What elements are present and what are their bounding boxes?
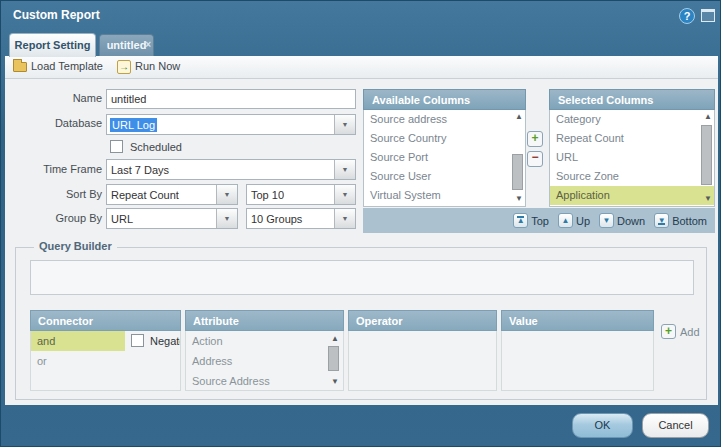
list-item[interactable]: Virtual System	[364, 186, 525, 205]
tab-untitled-label: untitled	[107, 39, 147, 51]
report-setting-panel: Load Template → Run Now Name Database Ti…	[5, 56, 718, 405]
database-value: URL Log	[110, 118, 157, 132]
list-item[interactable]: Source Port	[364, 148, 525, 167]
move-up-icon: ▲	[558, 213, 573, 228]
database-label: Database	[5, 117, 102, 129]
scroll-up-icon[interactable]: ▲	[331, 335, 339, 343]
list-item[interactable]: Source address	[364, 110, 525, 129]
load-template-button[interactable]: Load Template	[31, 60, 103, 72]
group-limit-dropdown[interactable]: 10 Groups ▼	[246, 208, 356, 229]
sort-by-label: Sort By	[5, 188, 102, 200]
chevron-down-icon[interactable]: ▼	[216, 209, 237, 228]
scrollbar-thumb[interactable]	[328, 346, 339, 371]
scroll-up-icon[interactable]: ▲	[515, 113, 523, 121]
group-limit-value: 10 Groups	[251, 213, 302, 225]
tab-untitled[interactable]: untitled ×	[99, 34, 154, 56]
scrollbar-thumb[interactable]	[701, 125, 712, 185]
scroll-down-icon[interactable]: ▼	[704, 195, 712, 203]
operator-column-body	[348, 331, 497, 391]
run-now-button[interactable]: Run Now	[135, 60, 180, 72]
move-top-button[interactable]: ▲ Top	[513, 213, 549, 228]
group-by-value: URL	[111, 213, 133, 225]
move-down-label: Down	[617, 215, 645, 227]
name-label: Name	[5, 92, 102, 104]
sort-limit-value: Top 10	[251, 189, 284, 201]
scheduled-label: Scheduled	[130, 141, 182, 153]
list-item-selected[interactable]: Application	[550, 186, 714, 205]
connector-column-header: Connector	[30, 310, 181, 331]
list-item[interactable]: Source Country	[364, 129, 525, 148]
sort-by-value: Repeat Count	[111, 189, 179, 201]
time-frame-label: Time Frame	[5, 163, 102, 175]
toolbar: Load Template → Run Now	[5, 56, 718, 79]
custom-report-dialog: Custom Report ? Report Setting untitled …	[0, 0, 721, 447]
chevron-down-icon[interactable]: ▼	[334, 160, 355, 179]
chevron-down-icon[interactable]: ▼	[334, 209, 355, 228]
move-bottom-icon: ▼	[654, 213, 669, 228]
name-input[interactable]	[106, 89, 356, 109]
group-by-label: Group By	[5, 212, 102, 224]
move-bottom-button[interactable]: ▼ Bottom	[654, 213, 707, 228]
page-title: Custom Report	[13, 8, 100, 22]
add-rule-button[interactable]: + Add	[661, 324, 700, 339]
scroll-down-icon[interactable]: ▼	[515, 195, 523, 203]
selected-columns-list: Category Repeat Count URL Source Zone Ap…	[549, 110, 715, 207]
sort-limit-dropdown[interactable]: Top 10 ▼	[246, 184, 356, 205]
move-up-label: Up	[576, 215, 590, 227]
group-by-dropdown[interactable]: URL ▼	[106, 208, 238, 229]
move-down-icon: ▼	[599, 213, 614, 228]
scheduled-checkbox[interactable]	[110, 140, 123, 153]
scroll-up-icon[interactable]: ▲	[704, 113, 712, 121]
negate-label: Negate	[150, 335, 181, 347]
list-item[interactable]: Source User	[364, 167, 525, 186]
maximize-icon[interactable]	[701, 9, 715, 22]
attribute-column-header: Attribute	[185, 310, 344, 331]
dialog-footer: OK Cancel	[1, 405, 721, 447]
move-top-label: Top	[531, 215, 549, 227]
selected-columns-header: Selected Columns	[549, 89, 715, 110]
add-label: Add	[680, 326, 700, 338]
chevron-down-icon[interactable]: ▼	[334, 115, 355, 134]
add-column-button[interactable]: +	[527, 131, 543, 147]
sort-by-dropdown[interactable]: Repeat Count ▼	[106, 184, 238, 205]
connector-option-or[interactable]: or	[31, 351, 125, 371]
cancel-button[interactable]: Cancel	[642, 413, 709, 438]
move-up-button[interactable]: ▲ Up	[558, 213, 590, 228]
run-icon: →	[117, 60, 131, 74]
help-icon[interactable]: ?	[679, 8, 695, 24]
connector-option-and[interactable]: and	[31, 331, 125, 351]
scrollbar-thumb[interactable]	[512, 154, 523, 190]
value-column-header: Value	[501, 310, 654, 331]
move-down-button[interactable]: ▼ Down	[599, 213, 645, 228]
chevron-down-icon[interactable]: ▼	[216, 185, 237, 204]
close-icon[interactable]: ×	[145, 34, 151, 55]
tab-report-setting[interactable]: Report Setting	[9, 33, 96, 57]
query-builder-legend: Query Builder	[34, 240, 117, 252]
folder-icon	[13, 62, 27, 72]
attribute-option[interactable]: Source Address	[186, 371, 321, 391]
remove-column-button[interactable]: −	[527, 151, 543, 167]
list-item[interactable]: URL	[550, 148, 714, 167]
add-icon: +	[661, 324, 676, 339]
scroll-down-icon[interactable]: ▼	[331, 378, 339, 386]
query-builder-section: Query Builder Connector and or Negate At…	[15, 247, 707, 400]
connector-column-body: and or Negate	[30, 331, 181, 391]
query-text-area[interactable]	[30, 260, 694, 295]
column-move-bar: ▲ Top ▲ Up ▼ Down ▼ Bottom	[363, 208, 715, 233]
list-item[interactable]: Source Zone	[550, 167, 714, 186]
database-dropdown[interactable]: URL Log ▼	[106, 114, 356, 135]
available-columns-header: Available Columns	[363, 89, 526, 110]
list-item[interactable]: Category	[550, 110, 714, 129]
time-frame-dropdown[interactable]: Last 7 Days ▼	[106, 159, 356, 180]
time-frame-value: Last 7 Days	[111, 164, 169, 176]
chevron-down-icon[interactable]: ▼	[334, 185, 355, 204]
list-item[interactable]: Repeat Count	[550, 129, 714, 148]
value-column-body	[501, 331, 654, 391]
operator-column-header: Operator	[348, 310, 497, 331]
move-top-icon: ▲	[513, 213, 528, 228]
ok-button[interactable]: OK	[572, 413, 633, 438]
attribute-option[interactable]: Address	[186, 351, 321, 371]
negate-checkbox[interactable]	[131, 334, 144, 347]
attribute-option[interactable]: Action	[186, 331, 321, 351]
attribute-column-body: Action Address Source Address ▲ ▼	[185, 331, 344, 391]
